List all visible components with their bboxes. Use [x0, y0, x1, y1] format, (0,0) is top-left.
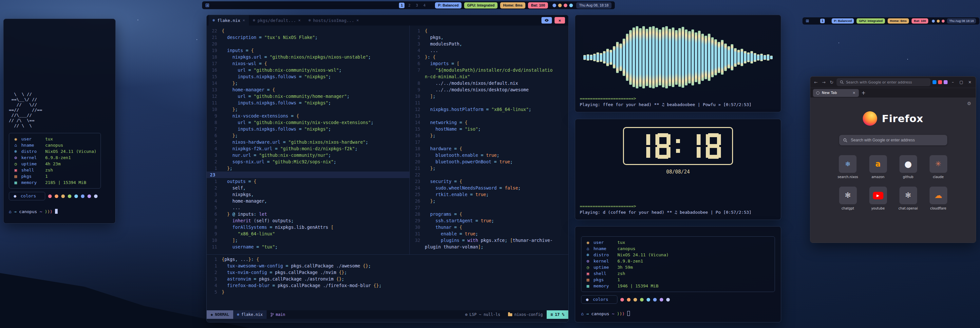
terminal-cursor[interactable]	[55, 209, 58, 214]
shortcut-chatgpt[interactable]: ✻chatgpt	[839, 187, 857, 210]
editor-tab-hosts/isoImag...[interactable]: ❄hosts/isoImag...×	[305, 15, 363, 25]
neovim-window[interactable]: ❄flake.nix×❄pkgs/default...×❄hosts/isoIm…	[206, 15, 569, 322]
shortcut-search.nixos[interactable]: ❄search.nixos	[837, 155, 858, 179]
workspace-tag-3[interactable]: 3	[414, 3, 420, 8]
launcher-grid-icon[interactable]: ⊞	[806, 19, 809, 23]
status-pill[interactable]: Home: 6ms	[888, 18, 909, 24]
line-number: 3	[410, 41, 425, 47]
firefox-window[interactable]: ← → ↻ Search with Google or enter addres…	[810, 76, 976, 243]
line-number: 22	[207, 27, 222, 34]
shortcut-label: youtube	[871, 206, 885, 210]
tab-strip: New Tab × +	[810, 88, 976, 98]
cava-bar	[750, 51, 753, 63]
tray-icon[interactable]	[552, 3, 556, 7]
search-icon	[843, 138, 847, 143]
shortcut-claude[interactable]: ✳claude	[929, 155, 947, 179]
editor-pane-iso-config[interactable]: 1{2 pkgs,3 modulesPath,4 ...5}: {6 impor…	[410, 25, 568, 254]
code-line: 1{pkgs, ...}: {	[207, 256, 568, 263]
tab-label: flake.nix	[217, 18, 240, 22]
tab-close-icon[interactable]: ×	[853, 91, 856, 95]
tab-close-icon[interactable]: ×	[356, 18, 359, 22]
tray-icon[interactable]	[569, 3, 573, 7]
eye-toggle-button[interactable]	[541, 17, 552, 24]
shell-prompt[interactable]: ⌂ → canopus ~ )))	[9, 209, 110, 215]
color-swatch	[94, 195, 98, 198]
clock-widget[interactable]: Thu Aug 08 18:18	[947, 18, 976, 24]
status-pill[interactable]: Bat: 100	[912, 18, 928, 24]
workspace-tag-2[interactable]: 2	[406, 3, 412, 8]
line-number: 5	[207, 289, 222, 295]
terminal-window-fastfetch-right[interactable]: ◉usertux⌂hnamecanopus❄distroNixOS 24.11 …	[575, 226, 781, 322]
color-swatch	[74, 195, 78, 198]
extension-icon[interactable]	[932, 80, 936, 84]
tray-icon[interactable]	[937, 20, 940, 22]
extension-icon[interactable]	[938, 80, 942, 84]
maximize-button[interactable]: ▢	[958, 80, 965, 84]
reload-icon[interactable]: ↻	[829, 80, 835, 85]
code-text: nixpkgs.hostPlatform = "x86_64-linux";	[425, 106, 531, 113]
shortcut-github[interactable]: ●github	[899, 155, 917, 179]
cava-bar	[629, 30, 632, 85]
shortcut-chat.openai[interactable]: ✻chat.openai	[899, 187, 918, 210]
tab-new-tab[interactable]: New Tab ×	[813, 89, 859, 97]
tray-icon[interactable]	[932, 20, 935, 22]
back-icon[interactable]: ←	[813, 80, 819, 85]
code-text: }	[222, 289, 224, 295]
editor-tab-pkgs/default...[interactable]: ❄pkgs/default...×	[249, 15, 305, 25]
status-pill[interactable]: Home: 8ms	[500, 2, 525, 8]
cava-bar	[754, 53, 756, 62]
tab-close-icon[interactable]: ×	[243, 18, 245, 22]
code-line: 12 url = "github:nix-community/home-mana…	[207, 93, 409, 100]
cava-visualizer-window[interactable]: =====================> Playing: ffee for…	[575, 15, 781, 112]
cava-bar	[593, 54, 596, 61]
editor-pane-flake-nix[interactable]: 22{21 description = "tux's NixOS Flake";…	[207, 25, 410, 254]
shortcut-amazon[interactable]: aamazon	[869, 155, 887, 179]
search-box[interactable]	[839, 135, 947, 145]
workspace-tag-1[interactable]: 1	[399, 3, 404, 8]
code-line: 20 bluetooth.powerOnBoot = true;	[410, 158, 568, 165]
close-button[interactable]: ×	[555, 17, 565, 24]
tray-icon[interactable]	[942, 20, 945, 22]
fetch-value: canopus	[617, 246, 635, 252]
clock-widget[interactable]: Thu Aug 08, 18:18	[576, 2, 611, 8]
cava-bar	[623, 39, 625, 76]
extension-icon[interactable]	[943, 80, 948, 84]
editor-pane-pkgs-default[interactable]: 1{pkgs, ...}: {1 tux-awesome-wm-config =…	[207, 255, 568, 310]
shell-prompt[interactable]: ⌂ → canopus ~ )))	[581, 311, 775, 317]
workspace-tag-1[interactable]: 1	[820, 19, 825, 23]
close-button[interactable]: ×	[967, 80, 973, 84]
status-pill[interactable]: Bat: 100	[528, 2, 548, 8]
tab-close-icon[interactable]: ×	[298, 18, 301, 22]
code-line: 20	[207, 41, 409, 47]
tray-icon[interactable]	[558, 3, 562, 7]
fetch-label: kernel	[593, 258, 614, 264]
status-pill[interactable]: P: Balanced	[435, 2, 461, 8]
cava-bar	[688, 31, 691, 84]
minimize-button[interactable]: –	[950, 80, 956, 84]
shortcut-youtube[interactable]: ▶youtube	[869, 187, 887, 210]
code-text: nixos-wsl = {	[222, 60, 267, 67]
search-input[interactable]	[850, 138, 943, 143]
new-tab-button[interactable]: +	[861, 90, 866, 96]
terminal-cursor[interactable]	[627, 311, 630, 316]
clock-window[interactable]: 08/08/24 =====================> Playing:…	[575, 119, 781, 220]
editor-tab-flake.nix[interactable]: ❄flake.nix×	[208, 15, 249, 25]
workspace-tag-4[interactable]: 4	[422, 3, 427, 8]
status-pill[interactable]: GPU: Integrated	[464, 2, 498, 8]
url-bar[interactable]: Search with Google or enter address	[837, 78, 931, 86]
cava-bar	[600, 53, 602, 62]
code-line: 5}	[207, 289, 568, 295]
tray-icon[interactable]	[564, 3, 567, 7]
fetch-row-distro: ❄distroNixOS 24.11 (Vicuna)	[585, 252, 771, 258]
mode-icon: ◆	[211, 313, 213, 317]
personalize-gear-icon[interactable]: ⚙	[967, 101, 971, 106]
line-number: 11	[207, 100, 222, 106]
status-pill[interactable]: GPU: Integrated	[856, 18, 885, 24]
terminal-window-fastfetch-left[interactable]: \ \ // ==\__\/ // // \//==// //== //\___…	[3, 19, 116, 223]
launcher-grid-icon[interactable]: ⊞	[205, 3, 210, 8]
shortcut-cloudflare[interactable]: ☁cloudflare	[929, 187, 947, 210]
forward-icon[interactable]: →	[821, 80, 827, 85]
code-line: 16 url = "github:nix-community/nixos-wsl…	[207, 67, 409, 73]
status-pill[interactable]: P: Balanced	[832, 18, 854, 24]
fetch-row-pkgs: ▤pkgs1	[13, 173, 97, 179]
